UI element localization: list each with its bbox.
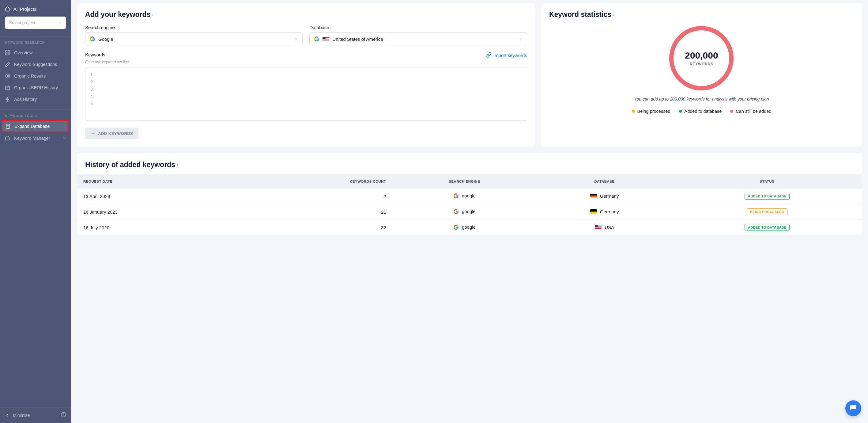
table-header: KEYWORDS COUNT: [231, 175, 392, 189]
all-projects-link[interactable]: All Projects: [5, 6, 66, 12]
search-engine-select[interactable]: Google: [85, 32, 303, 45]
keywords-count-cell: 32: [231, 220, 392, 235]
target-icon: [5, 73, 10, 79]
legend-item: Being processed: [632, 109, 671, 114]
statistics-legend: Being processedAdded to databaseCan stil…: [549, 109, 854, 114]
chevron-down-icon: [294, 36, 298, 42]
status-badge: ADDED TO DATABASE: [745, 224, 789, 231]
database-value: United States of America: [332, 36, 383, 42]
table-row: 16 July 202032googleUSAADDED TO DATABASE: [77, 220, 862, 235]
status-cell: ADDED TO DATABASE: [672, 220, 862, 235]
add-keywords-title: Add your keywords i: [85, 10, 527, 19]
keyword-statistics-card: Keyword statistics i 200,000 KEYWORDS Yo…: [541, 3, 862, 146]
add-keywords-button[interactable]: ADD KEYWORDS: [85, 128, 138, 139]
info-icon[interactable]: i: [152, 12, 153, 17]
sidebar-item-keyword-suggestions[interactable]: Keyword Suggestions: [0, 59, 71, 70]
request-date-cell: 16 January 2023: [77, 204, 231, 220]
keywords-count-cell: 2: [231, 189, 392, 204]
import-keywords-link[interactable]: Import keywords: [486, 52, 527, 59]
import-keywords-label: Import keywords: [493, 53, 527, 58]
table-header: DATABASE: [537, 175, 672, 189]
svg-point-14: [63, 416, 64, 416]
status-badge: ADDED TO DATABASE: [745, 193, 789, 200]
status-badge: BEING PROCESSED: [747, 208, 787, 215]
keywords-count-label: KEYWORDS: [690, 62, 713, 66]
search-engine-cell: google: [392, 189, 537, 204]
svg-rect-3: [5, 53, 7, 55]
legend-label: Can still be added: [736, 109, 771, 114]
add-keywords-card: Add your keywords i Search engine: Googl…: [77, 3, 535, 146]
de-flag-icon: [590, 209, 597, 214]
sidebar-item-label: Organic SERP History: [14, 85, 58, 90]
chat-button[interactable]: [845, 400, 861, 416]
link-icon: [486, 52, 492, 59]
table-header: SEARCH ENGINE: [392, 175, 537, 189]
dollar-icon: [5, 96, 10, 102]
keywords-count: 200,000: [685, 50, 718, 61]
help-icon[interactable]: [61, 412, 66, 419]
table-header: STATUS: [672, 175, 862, 189]
google-icon: [453, 224, 459, 230]
minimize-button[interactable]: Minimize: [5, 413, 30, 418]
info-icon[interactable]: i: [613, 12, 614, 17]
keywords-textarea[interactable]: 1.2.3.4.5.: [85, 67, 527, 121]
svg-rect-0: [5, 51, 7, 52]
sidebar-item-overview[interactable]: Overview: [0, 47, 71, 59]
database-select[interactable]: United States of America: [309, 32, 527, 45]
divider: [0, 109, 71, 110]
sidebar-item-organic-serp-history[interactable]: Organic SERP History: [0, 82, 71, 93]
all-projects-label: All Projects: [13, 6, 36, 12]
legend-dot-icon: [632, 110, 635, 113]
project-select-placeholder: Select project: [9, 20, 35, 25]
sidebar-item-label: Ads History: [14, 97, 37, 102]
keywords-hint: Enter one keyword per line: [85, 60, 129, 64]
status-cell: ADDED TO DATABASE: [672, 189, 862, 204]
legend-label: Being processed: [638, 109, 671, 114]
us-flag-icon: [322, 37, 329, 41]
sidebar-bottom: Minimize: [0, 407, 71, 423]
database-icon: [5, 123, 11, 129]
section-label-research: KEYWORD RESEARCH: [0, 41, 71, 45]
google-icon: [453, 209, 459, 214]
google-icon: [314, 36, 319, 42]
database-cell: Germany: [537, 204, 672, 220]
svg-rect-12: [5, 137, 10, 140]
project-select[interactable]: Select project: [5, 17, 66, 29]
sidebar-item-label: Keyword Suggestions: [14, 62, 57, 67]
briefcase-icon: [5, 136, 10, 141]
keywords-donut-chart: 200,000 KEYWORDS: [669, 26, 734, 90]
home-icon: [5, 6, 10, 12]
de-flag-icon: [590, 194, 597, 198]
sidebar-item-organic-results[interactable]: Organic Results: [0, 70, 71, 82]
sidebar-item-keyword-manager[interactable]: Keyword Manager: [0, 133, 71, 144]
svg-point-5: [7, 76, 8, 77]
legend-label: Added to database: [685, 109, 722, 114]
section-label-tools: KEYWORD TOOLS: [0, 114, 71, 118]
table-row: 16 January 202321googleGermanyBEING PROC…: [77, 204, 862, 220]
info-icon[interactable]: i: [177, 163, 178, 167]
table-row: 13 April 20232googleGermanyADDED TO DATA…: [77, 189, 862, 204]
sidebar: All Projects Select project KEYWORD RESE…: [0, 0, 71, 423]
sidebar-item-ads-history[interactable]: Ads History: [0, 93, 71, 105]
keywords-label: Keywords:: [85, 52, 129, 57]
google-icon: [453, 193, 459, 199]
sidebar-item-expand-database[interactable]: Expand Database: [1, 120, 69, 133]
svg-point-4: [5, 74, 10, 78]
database-cell: USA: [537, 220, 672, 235]
request-date-cell: 13 April 2023: [77, 189, 231, 204]
calendar-icon: [5, 85, 10, 90]
statistics-note: You can add up to 200,000 keywords for a…: [549, 96, 854, 102]
main-content: Add your keywords i Search engine: Googl…: [71, 0, 868, 423]
us-flag-icon: [595, 225, 601, 229]
database-label: Database:: [309, 25, 527, 30]
chevron-down-icon: [519, 36, 523, 42]
svg-point-11: [6, 124, 10, 126]
minimize-label: Minimize: [13, 413, 30, 418]
legend-item: Added to database: [679, 109, 722, 114]
grid-icon: [5, 50, 10, 55]
sidebar-item-label: Keyword Manager: [14, 136, 50, 141]
chevron-down-icon: [58, 20, 62, 25]
chevron-down-icon: [62, 136, 66, 141]
legend-dot-icon: [730, 110, 733, 113]
search-engine-value: Google: [98, 36, 113, 42]
